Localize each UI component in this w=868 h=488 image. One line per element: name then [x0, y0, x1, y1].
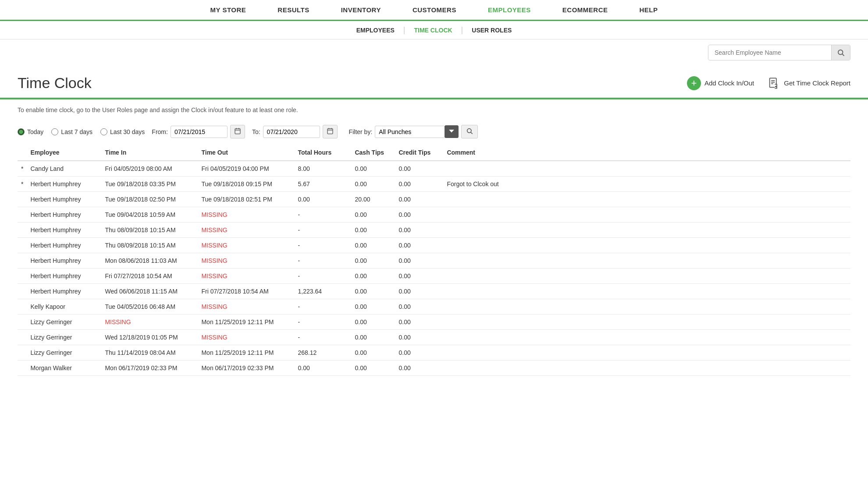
nav-ecommerce[interactable]: ECOMMERCE [547, 0, 624, 20]
table-row[interactable]: Herbert Humphrey Thu 08/09/2018 10:15 AM… [18, 238, 850, 253]
row-cash: 0.00 [351, 253, 395, 269]
row-employee: Herbert Humphrey [27, 223, 101, 238]
missing-out: MISSING [201, 242, 227, 249]
header-actions: + Add Clock In/Out Get Time Clock Report [687, 76, 850, 90]
row-comment [443, 238, 850, 253]
from-calendar-button[interactable] [230, 125, 245, 138]
table-header-row: Employee Time In Time Out Total Hours Ca… [18, 145, 850, 161]
table-row[interactable]: Lizzy Gerringer Thu 11/14/2019 08:04 AM … [18, 345, 850, 361]
radio-today[interactable]: Today [18, 128, 43, 135]
table-row[interactable]: Herbert Humphrey Tue 09/04/2018 10:59 AM… [18, 207, 850, 223]
row-cash: 20.00 [351, 192, 395, 207]
row-star [18, 361, 27, 376]
row-timein: Wed 06/06/2018 11:15 AM [101, 284, 198, 299]
nav-customers[interactable]: CUSTOMERS [397, 0, 472, 20]
from-date-input[interactable] [171, 126, 228, 138]
row-employee: Morgan Walker [27, 361, 101, 376]
col-header-credit: Credit Tips [395, 145, 443, 161]
row-timein: Thu 11/14/2019 08:04 AM [101, 345, 198, 361]
row-credit: 0.00 [395, 161, 443, 177]
row-comment [443, 207, 850, 223]
search-button[interactable] [831, 45, 850, 60]
table-row[interactable]: Lizzy Gerringer MISSING Mon 11/25/2019 1… [18, 315, 850, 330]
to-label: To: [252, 128, 260, 135]
filter-by-label: Filter by: [349, 128, 373, 135]
to-date-input[interactable] [263, 126, 320, 138]
radio-last30[interactable]: Last 30 days [100, 128, 145, 135]
filter-select[interactable]: All Punches [375, 126, 445, 138]
row-timeout: Tue 09/18/2018 09:15 PM [198, 177, 294, 192]
from-label: From: [152, 128, 168, 135]
table-row[interactable]: Herbert Humphrey Fri 07/27/2018 10:54 AM… [18, 269, 850, 284]
table-row[interactable]: Herbert Humphrey Thu 08/09/2018 10:15 AM… [18, 223, 850, 238]
nav-my-store[interactable]: MY STORE [194, 0, 262, 20]
missing-out: MISSING [201, 272, 227, 279]
row-total: - [294, 330, 351, 345]
table-row[interactable]: Kelly Kapoor Tue 04/05/2016 06:48 AM MIS… [18, 299, 850, 315]
nav-help[interactable]: HELP [624, 0, 674, 20]
time-in-value: Tue 09/18/2018 02:50 PM [105, 196, 175, 203]
get-report-button[interactable]: Get Time Clock Report [767, 77, 850, 90]
to-calendar-button[interactable] [323, 125, 338, 138]
table-row[interactable]: Herbert Humphrey Mon 08/06/2018 11:03 AM… [18, 253, 850, 269]
row-comment [443, 299, 850, 315]
row-timeout: MISSING [198, 223, 294, 238]
radio-today-input[interactable] [18, 128, 25, 135]
search-area [0, 39, 868, 66]
row-timein: Thu 08/09/2018 10:15 AM [101, 223, 198, 238]
row-comment [443, 330, 850, 345]
subnav-user-roles[interactable]: USER ROLES [463, 27, 520, 34]
row-credit: 0.00 [395, 253, 443, 269]
nav-inventory[interactable]: INVENTORY [325, 0, 397, 20]
table-row[interactable]: Herbert Humphrey Wed 06/06/2018 11:15 AM… [18, 284, 850, 299]
row-total: - [294, 299, 351, 315]
table-row[interactable]: Morgan Walker Mon 06/17/2019 02:33 PM Mo… [18, 361, 850, 376]
row-timeout: MISSING [198, 299, 294, 315]
nav-results[interactable]: RESULTS [262, 0, 325, 20]
missing-out: MISSING [201, 226, 227, 233]
radio-last7-input[interactable] [51, 128, 58, 135]
row-timein: Tue 09/04/2018 10:59 AM [101, 207, 198, 223]
svg-rect-12 [327, 129, 333, 134]
add-clock-button[interactable]: + Add Clock In/Out [687, 76, 754, 90]
radio-last30-label: Last 30 days [110, 128, 145, 135]
radio-last7[interactable]: Last 7 days [51, 128, 92, 135]
svg-point-17 [467, 129, 471, 133]
subnav-employees[interactable]: EMPLOYEES [348, 27, 403, 34]
table-row[interactable]: * Candy Land Fri 04/05/2019 08:00 AM Fri… [18, 161, 850, 177]
filter-dropdown-button[interactable] [445, 125, 459, 138]
row-total: - [294, 253, 351, 269]
row-star [18, 253, 27, 269]
radio-today-label: Today [27, 128, 43, 135]
page-header: Time Clock + Add Clock In/Out Get Time C… [0, 66, 868, 92]
row-timeout: Mon 11/25/2019 12:11 PM [198, 345, 294, 361]
time-out-value: Tue 09/18/2018 09:15 PM [201, 180, 272, 187]
filter-search-button[interactable] [461, 125, 478, 138]
search-input[interactable] [708, 46, 831, 60]
row-timeout: MISSING [198, 269, 294, 284]
row-timein: Tue 04/05/2016 06:48 AM [101, 299, 198, 315]
col-header-star [18, 145, 27, 161]
table-row[interactable]: Herbert Humphrey Tue 09/18/2018 02:50 PM… [18, 192, 850, 207]
row-employee: Herbert Humphrey [27, 192, 101, 207]
subnav-time-clock[interactable]: TIME CLOCK [406, 27, 461, 34]
table-row[interactable]: * Herbert Humphrey Tue 09/18/2018 03:35 … [18, 177, 850, 192]
svg-line-1 [842, 54, 844, 56]
row-credit: 0.00 [395, 345, 443, 361]
search-input-wrap [708, 45, 850, 60]
row-timein: Thu 08/09/2018 10:15 AM [101, 238, 198, 253]
row-star: * [18, 161, 27, 177]
row-total: 1,223.64 [294, 284, 351, 299]
col-header-cash: Cash Tips [351, 145, 395, 161]
nav-employees[interactable]: EMPLOYEES [472, 0, 547, 21]
add-clock-label: Add Clock In/Out [704, 79, 754, 87]
row-timein: Tue 09/18/2018 02:50 PM [101, 192, 198, 207]
table-row[interactable]: Lizzy Gerringer Wed 12/18/2019 01:05 PM … [18, 330, 850, 345]
row-credit: 0.00 [395, 269, 443, 284]
radio-last30-input[interactable] [100, 128, 107, 135]
date-to-group: To: [252, 125, 338, 138]
row-cash: 0.00 [351, 284, 395, 299]
row-cash: 0.00 [351, 315, 395, 330]
missing-in: MISSING [105, 318, 131, 325]
row-timeout: Tue 09/18/2018 02:51 PM [198, 192, 294, 207]
